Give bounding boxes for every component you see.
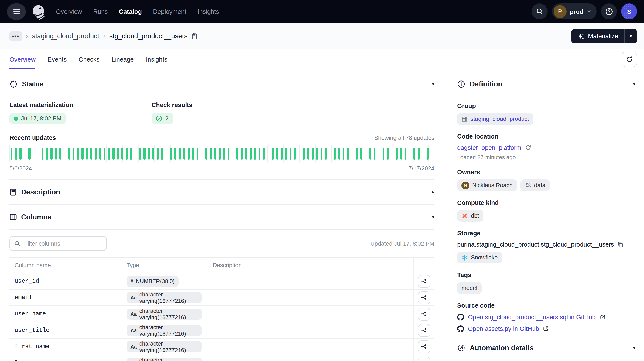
timeline-bar [112,148,114,160]
timeline-slot [258,145,262,162]
updates-timeline[interactable] [10,145,434,162]
timeline-bar [294,148,296,160]
source-link-row-1: Open assets.py in GitHub [457,325,636,332]
copy-storage-button[interactable] [618,241,624,248]
timeline-bar [316,148,318,160]
timeline-bar [307,148,309,160]
column-lineage-button[interactable] [418,275,430,288]
column-lineage-button[interactable] [418,340,430,353]
timeline-slot [134,145,138,162]
materialize-button[interactable]: Materialize [571,29,624,43]
timeline-slot [58,145,63,162]
timeline-slot [49,145,54,162]
deployment-switcher[interactable]: P prod [552,3,597,19]
storage-kind-value: Snowflake [471,254,498,261]
column-description-cell [208,322,414,338]
column-type-cell: Aacharacter varying(16777216) [122,322,208,338]
owner-user-pill[interactable]: N Nicklaus Roach [457,179,517,191]
header-column-name: Column name [10,258,122,273]
owner-avatar: N [462,181,469,189]
reload-icon[interactable] [525,145,531,151]
check-results-pill[interactable]: 2 [152,113,173,124]
automation-collapse-caret[interactable]: ▾ [633,345,636,351]
source-link[interactable]: Open stg_cloud_product__users.sql in Git… [468,314,596,321]
question-icon [604,7,613,16]
tab-lineage[interactable]: Lineage [112,49,134,69]
compute-kind-pill[interactable]: dbt [457,210,484,222]
owner-team-pill[interactable]: data [520,179,550,191]
nav-item-deployment[interactable]: Deployment [153,8,186,15]
group-pill[interactable]: staging_cloud_product [457,113,533,125]
column-name: last_name [15,360,46,361]
timeline-bar [414,148,416,160]
type-label: NUMBER(38,0) [136,278,175,284]
timeline-bar [144,148,146,160]
column-lineage-button[interactable] [418,308,430,320]
description-expand-caret[interactable]: ▸ [432,189,434,195]
column-lineage-button[interactable] [418,291,430,304]
status-section-header[interactable]: Status ▾ [10,80,434,88]
timeline-slot [204,145,209,162]
refresh-button[interactable] [622,52,637,67]
status-collapse-caret[interactable]: ▾ [432,81,434,87]
timeline-bar [86,148,88,160]
nav-item-insights[interactable]: Insights [198,8,219,15]
timeline-bar [20,148,22,160]
tab-overview[interactable]: Overview [10,49,36,69]
check-results-cell: Check results 2 [152,101,294,124]
definition-section-header[interactable]: Definition ▾ [457,80,636,88]
tab-events[interactable]: Events [48,49,67,69]
timeline-slot [208,145,213,162]
filter-columns-input[interactable] [23,240,102,247]
timeline-start-date: 5/6/2024 [10,165,32,172]
definition-collapse-caret[interactable]: ▾ [633,81,636,87]
tag-pill-model[interactable]: model [457,282,482,294]
code-location-link[interactable]: dagster_open_platform [457,144,521,151]
timeline-bar [179,148,181,160]
timeline-bar [42,148,44,160]
tab-insights[interactable]: Insights [146,49,168,69]
materialize-dropdown-button[interactable]: ▼ [624,29,637,43]
breadcrumb-row: ••• › staging_cloud_product › stg_cloud_… [0,23,644,49]
description-section-header[interactable]: Description ▸ [10,188,434,196]
timeline-slot [266,145,271,162]
storage-kind-pill[interactable]: Snowflake [457,252,502,263]
owner-user-name: Nicklaus Roach [472,182,513,188]
info-icon [457,80,465,88]
description-icon [10,188,17,196]
timeline-slot [364,145,368,162]
column-lineage-button[interactable] [418,357,430,361]
latest-materialization-pill[interactable]: Jul 17, 8:02 PM [10,113,66,124]
timeline-bar [174,148,176,160]
hamburger-menu-button[interactable] [7,3,26,19]
timeline-slot [200,145,204,162]
columns-title: Columns [21,213,52,221]
sparkle-icon [577,32,584,40]
definition-title: Definition [470,80,502,88]
help-button[interactable] [601,3,617,19]
columns-collapse-caret[interactable]: ▾ [432,214,434,220]
timeline-slot [359,145,364,162]
timeline-slot [270,145,275,162]
automation-section-header[interactable]: Automation details ▾ [457,344,636,352]
columns-section-header[interactable]: Columns ▾ [10,213,434,221]
column-lineage-icon [421,311,427,317]
source-link[interactable]: Open assets.py in GitHub [468,325,539,332]
column-description-cell [208,355,414,361]
search-button[interactable] [532,3,548,19]
nav-item-catalog[interactable]: Catalog [119,8,142,15]
timeline-slot [98,145,102,162]
nav-item-overview[interactable]: Overview [56,8,82,15]
owner-team-name: data [534,182,546,188]
timeline-slot [302,145,306,162]
timeline-slot [337,145,342,162]
tab-checks[interactable]: Checks [79,49,100,69]
description-title: Description [21,188,60,196]
user-avatar[interactable]: S [621,3,637,19]
breadcrumb-ellipsis-button[interactable]: ••• [10,31,22,41]
nav-item-runs[interactable]: Runs [93,8,108,15]
breadcrumb-group-link[interactable]: staging_cloud_product [32,32,99,40]
column-name: email [15,294,32,301]
copy-asset-name-button[interactable] [191,33,198,39]
column-lineage-button[interactable] [418,324,430,337]
